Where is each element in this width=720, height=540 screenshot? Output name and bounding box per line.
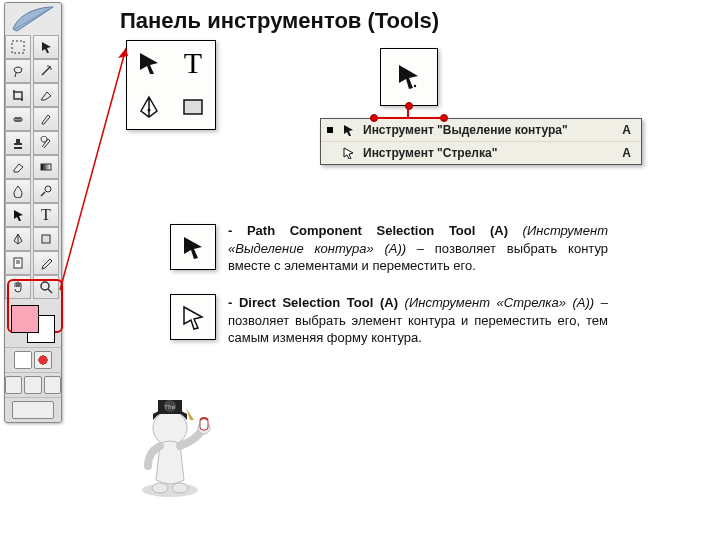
jump-row bbox=[5, 397, 61, 422]
marquee-tool[interactable] bbox=[5, 35, 31, 59]
svg-line-18 bbox=[48, 289, 52, 293]
page-title: Панель инструментов (Tools) bbox=[120, 8, 439, 34]
dodge-tool[interactable] bbox=[33, 179, 59, 203]
zoom-tool[interactable] bbox=[33, 275, 59, 299]
mask-mode-row bbox=[5, 347, 61, 372]
zoom-callout-cursor bbox=[380, 48, 438, 106]
menu-item-direct-selection[interactable]: Инструмент "Стрелка" A bbox=[321, 142, 641, 164]
tool-grid: T bbox=[5, 35, 61, 299]
screen-mode-row bbox=[5, 372, 61, 397]
callout-rectangle-icon bbox=[171, 85, 215, 129]
screen-mode-3[interactable] bbox=[44, 376, 61, 394]
shape-tool[interactable] bbox=[33, 227, 59, 251]
desc-bold: - Direct Selection Tool (A) bbox=[228, 295, 405, 310]
screen-mode-2[interactable] bbox=[24, 376, 41, 394]
crop-tool[interactable] bbox=[5, 83, 31, 107]
foreground-swatch[interactable] bbox=[11, 305, 39, 333]
notes-tool[interactable] bbox=[5, 251, 31, 275]
screen-mode-1[interactable] bbox=[5, 376, 22, 394]
direct-selection-icon bbox=[341, 147, 355, 159]
svg-line-2 bbox=[42, 67, 50, 75]
mascot-figure: 77mi bbox=[130, 390, 220, 500]
slice-tool[interactable] bbox=[33, 83, 59, 107]
svg-line-12 bbox=[41, 192, 45, 196]
menu-item-shortcut: A bbox=[622, 146, 631, 160]
callout-type-icon: T bbox=[171, 41, 215, 85]
desc-bold: - Path Component Selection Tool (A) bbox=[228, 223, 523, 238]
lasso-tool[interactable] bbox=[5, 59, 31, 83]
color-swatches[interactable] bbox=[5, 299, 61, 347]
menu-item-shortcut: A bbox=[622, 123, 631, 137]
menu-item-label: Инструмент "Стрелка" bbox=[363, 146, 614, 160]
svg-point-3 bbox=[49, 66, 51, 68]
active-marker-placeholder bbox=[327, 150, 333, 156]
app-logo bbox=[5, 3, 61, 35]
description-path-selection: - Path Component Selection Tool (A) (Инс… bbox=[228, 222, 608, 275]
standard-mode-button[interactable] bbox=[14, 351, 32, 369]
svg-point-24 bbox=[142, 483, 198, 497]
desc-italic: (Инструмент «Стрелка» (A)) bbox=[405, 295, 595, 310]
menu-item-label: Инструмент "Выделение контура" bbox=[363, 123, 614, 137]
brush-tool[interactable] bbox=[33, 107, 59, 131]
description-direct-selection: - Direct Selection Tool (A) (Инструмент … bbox=[228, 294, 608, 347]
hand-tool[interactable] bbox=[5, 275, 31, 299]
svg-rect-1 bbox=[12, 41, 24, 53]
svg-rect-10 bbox=[41, 164, 51, 170]
blur-tool[interactable] bbox=[5, 179, 31, 203]
zoom-callout-tools: T bbox=[126, 40, 216, 130]
svg-point-21 bbox=[414, 85, 416, 87]
eyedropper-tool[interactable] bbox=[33, 251, 59, 275]
path-selection-tool[interactable] bbox=[5, 203, 31, 227]
tool-flyout-menu: Инструмент "Выделение контура" A Инструм… bbox=[320, 118, 642, 165]
menu-item-path-selection[interactable]: Инструмент "Выделение контура" A bbox=[321, 119, 641, 142]
svg-point-17 bbox=[41, 282, 49, 290]
magic-wand-tool[interactable] bbox=[33, 59, 59, 83]
stamp-tool[interactable] bbox=[5, 131, 31, 155]
connector-arrow bbox=[56, 40, 136, 300]
path-selection-icon bbox=[341, 124, 355, 136]
icon-callout-path-selection bbox=[170, 224, 216, 270]
active-marker-icon bbox=[327, 127, 333, 133]
svg-point-31 bbox=[172, 483, 188, 493]
quickmask-mode-button[interactable] bbox=[34, 351, 52, 369]
jump-to-button[interactable] bbox=[12, 401, 54, 419]
svg-point-30 bbox=[152, 483, 168, 493]
svg-point-25 bbox=[153, 411, 187, 445]
svg-line-22 bbox=[60, 48, 126, 290]
gradient-tool[interactable] bbox=[33, 155, 59, 179]
pen-tool[interactable] bbox=[5, 227, 31, 251]
healing-tool[interactable] bbox=[5, 107, 31, 131]
mascot-badge-text: 77mi bbox=[165, 404, 176, 410]
icon-callout-direct-selection bbox=[170, 294, 216, 340]
svg-rect-20 bbox=[184, 100, 202, 114]
svg-rect-13 bbox=[42, 235, 50, 243]
callout-path-selection-icon bbox=[127, 41, 171, 85]
type-tool[interactable]: T bbox=[33, 203, 59, 227]
svg-point-19 bbox=[148, 109, 151, 112]
connector-line bbox=[407, 106, 409, 118]
tools-panel: T bbox=[4, 2, 62, 423]
callout-pen-icon bbox=[127, 85, 171, 129]
svg-point-11 bbox=[45, 186, 51, 192]
eraser-tool[interactable] bbox=[5, 155, 31, 179]
history-brush-tool[interactable] bbox=[33, 131, 59, 155]
move-tool[interactable] bbox=[33, 35, 59, 59]
